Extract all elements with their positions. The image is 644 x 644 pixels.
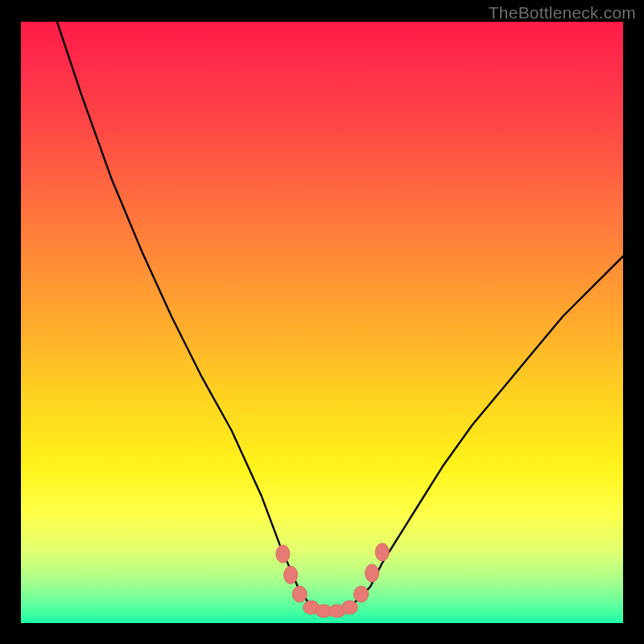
curve-markers [276, 543, 389, 617]
watermark-text: TheBottleneck.com [489, 3, 636, 23]
marker-dot [375, 543, 389, 561]
marker-dot [284, 566, 298, 584]
marker-dot [354, 586, 369, 602]
bottleneck-curve [21, 22, 623, 623]
chart-frame: TheBottleneck.com [0, 0, 644, 644]
marker-dot [292, 586, 307, 602]
plot-area [21, 22, 623, 623]
marker-dot [341, 601, 357, 614]
marker-dot [276, 545, 290, 563]
marker-dot [365, 564, 379, 582]
curve-path [57, 22, 623, 611]
